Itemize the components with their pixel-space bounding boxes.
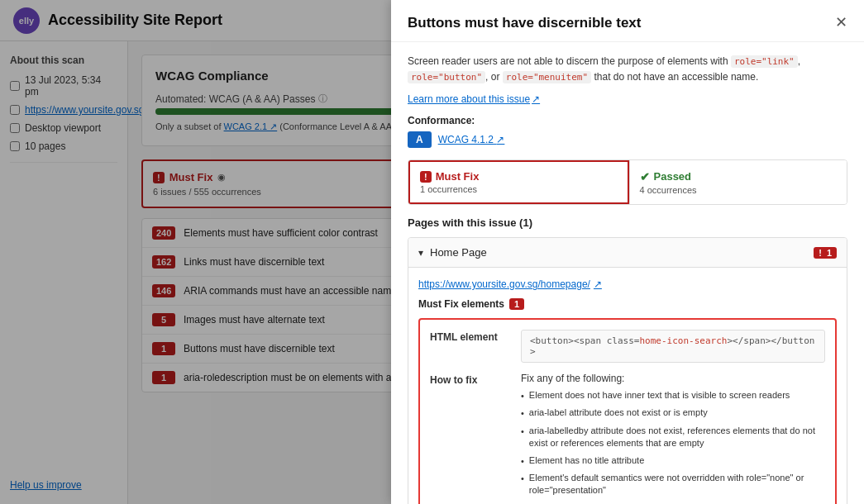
how-to-fix-key: How to fix: [430, 373, 521, 502]
page-count-badge: ! 1: [814, 247, 837, 259]
selector-row: ! Must Fix 1 occurrences ✔ Passed 4 occu…: [408, 159, 847, 205]
html-code-class: home-icon-search: [639, 335, 727, 346]
modal-header: Buttons must have discernible text ✕: [391, 0, 864, 42]
must-fix-elements-label: Must Fix elements: [418, 298, 504, 310]
must-fix-selector-title: ! Must Fix: [420, 170, 618, 183]
must-fix-selector-sub: 1 occurrences: [420, 184, 618, 194]
conformance-label: Conformance:: [408, 115, 847, 126]
code-role-link: role="link": [731, 55, 798, 68]
page-accordion: ▾ Home Page ! 1 https://www.yoursite.gov…: [408, 237, 847, 504]
list-item: aria-label attribute does not exist or i…: [521, 407, 825, 420]
must-fix-elements-row: Must Fix elements 1: [418, 298, 837, 310]
external-link-icon: ↗: [532, 93, 540, 105]
html-element-value: <button><span class=home-icon-search></s…: [521, 330, 825, 363]
list-item: Element's default semantics were not ove…: [521, 472, 825, 497]
chevron-down-icon: ▾: [418, 247, 423, 259]
detail-card: HTML element <button><span class=home-ic…: [418, 318, 837, 504]
must-fix-icon: !: [420, 171, 432, 183]
list-item: aria-labelledby attribute does not exist…: [521, 425, 825, 450]
page-accordion-body: https://www.yoursite.gov.sg/homepage/ ↗ …: [408, 268, 847, 504]
learn-more-link[interactable]: Learn more about this issue ↗: [408, 93, 540, 105]
page-name: Home Page: [430, 246, 487, 259]
passed-selector-button[interactable]: ✔ Passed 4 occurrences: [629, 160, 847, 204]
url-external-icon: ↗: [594, 278, 602, 290]
modal-title: Buttons must have discernible text: [408, 15, 835, 31]
must-fix-selector-button[interactable]: ! Must Fix 1 occurrences: [408, 160, 629, 204]
page-url-link[interactable]: https://www.yoursite.gov.sg/homepage/ ↗: [418, 278, 602, 290]
html-code-tag-open: <button><span class=: [530, 335, 639, 346]
list-item: Element has no title attribute: [521, 454, 825, 468]
how-to-fix-row: How to fix Fix any of the following: Ele…: [430, 373, 825, 502]
modal-body: Screen reader users are not able to disc…: [391, 42, 864, 504]
code-role-button: role="button": [408, 71, 485, 83]
code-role-menuitem: role="menuitem": [503, 71, 591, 83]
conformance-badge: A: [408, 131, 432, 148]
pages-title: Pages with this issue (1): [408, 216, 847, 229]
modal-close-button[interactable]: ✕: [835, 15, 847, 30]
page-accordion-left: ▾ Home Page: [418, 246, 487, 259]
page-issue-icon: !: [819, 248, 822, 258]
passed-selector-title: ✔ Passed: [640, 170, 838, 183]
html-element-key: HTML element: [430, 330, 521, 363]
elements-count-badge: 1: [509, 298, 524, 310]
how-to-fix-list: Element does not have inner text that is…: [521, 389, 825, 497]
how-to-fix-intro: Fix any of the following:: [521, 373, 825, 384]
list-item: Element does not have inner text that is…: [521, 389, 825, 402]
check-icon: ✔: [640, 170, 650, 183]
html-element-box: <button><span class=home-icon-search></s…: [521, 330, 825, 363]
how-to-fix-value: Fix any of the following: Element does n…: [521, 373, 825, 502]
html-element-row: HTML element <button><span class=home-ic…: [430, 330, 825, 363]
passed-selector-sub: 4 occurrences: [640, 185, 838, 195]
page-accordion-header[interactable]: ▾ Home Page ! 1: [408, 238, 847, 268]
conformance-wcag-link[interactable]: WCAG 4.1.2 ↗: [438, 134, 505, 145]
wcag-external-icon: ↗: [496, 134, 504, 145]
modal-panel: Buttons must have discernible text ✕ Scr…: [391, 0, 864, 504]
modal-description: Screen reader users are not able to disc…: [408, 54, 847, 84]
